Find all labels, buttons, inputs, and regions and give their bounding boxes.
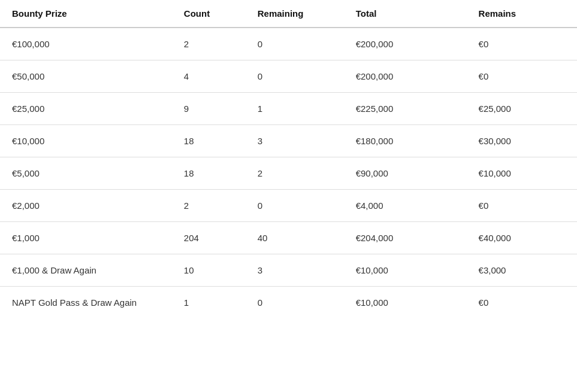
cell-total: €200,000	[344, 28, 467, 60]
cell-total: €225,000	[344, 93, 467, 125]
cell-remains: €30,000	[467, 125, 577, 157]
cell-count: 4	[172, 60, 246, 93]
bounty-prize-table: Bounty Prize Count Remaining Total Remai…	[0, 0, 577, 318]
table-row: €5,000182€90,000€10,000	[0, 157, 577, 190]
cell-remains: €25,000	[467, 93, 577, 125]
cell-count: 9	[172, 93, 246, 125]
cell-prize: €1,000 & Draw Again	[0, 254, 172, 287]
cell-remains: €10,000	[467, 157, 577, 190]
cell-total: €90,000	[344, 157, 467, 190]
header-prize: Bounty Prize	[0, 0, 172, 28]
cell-total: €200,000	[344, 60, 467, 93]
table-header-row: Bounty Prize Count Remaining Total Remai…	[0, 0, 577, 28]
cell-total: €10,000	[344, 287, 467, 319]
cell-total: €10,000	[344, 254, 467, 287]
cell-remains: €0	[467, 60, 577, 93]
table-row: €25,00091€225,000€25,000	[0, 93, 577, 125]
cell-prize: €25,000	[0, 93, 172, 125]
table-row: €1,00020440€204,000€40,000	[0, 222, 577, 254]
cell-remaining: 0	[246, 190, 344, 222]
cell-remaining: 3	[246, 125, 344, 157]
table-row: NAPT Gold Pass & Draw Again10€10,000€0	[0, 287, 577, 319]
cell-remaining: 0	[246, 28, 344, 60]
cell-remains: €0	[467, 28, 577, 60]
table-row: €1,000 & Draw Again103€10,000€3,000	[0, 254, 577, 287]
cell-remaining: 40	[246, 222, 344, 254]
cell-remaining: 2	[246, 157, 344, 190]
cell-remains: €3,000	[467, 254, 577, 287]
cell-prize: €2,000	[0, 190, 172, 222]
cell-prize: €100,000	[0, 28, 172, 60]
cell-prize: €5,000	[0, 157, 172, 190]
cell-prize: €50,000	[0, 60, 172, 93]
cell-remaining: 0	[246, 287, 344, 319]
cell-total: €180,000	[344, 125, 467, 157]
header-remains: Remains	[467, 0, 577, 28]
table-row: €50,00040€200,000€0	[0, 60, 577, 93]
cell-remaining: 1	[246, 93, 344, 125]
cell-remaining: 3	[246, 254, 344, 287]
cell-prize: €1,000	[0, 222, 172, 254]
cell-remaining: 0	[246, 60, 344, 93]
cell-count: 18	[172, 157, 246, 190]
table-row: €2,00020€4,000€0	[0, 190, 577, 222]
cell-total: €4,000	[344, 190, 467, 222]
cell-total: €204,000	[344, 222, 467, 254]
table-row: €10,000183€180,000€30,000	[0, 125, 577, 157]
header-total: Total	[344, 0, 467, 28]
table-row: €100,00020€200,000€0	[0, 28, 577, 60]
cell-prize: NAPT Gold Pass & Draw Again	[0, 287, 172, 319]
cell-remains: €40,000	[467, 222, 577, 254]
cell-count: 204	[172, 222, 246, 254]
cell-count: 18	[172, 125, 246, 157]
cell-count: 2	[172, 190, 246, 222]
cell-count: 2	[172, 28, 246, 60]
cell-remains: €0	[467, 287, 577, 319]
header-remaining: Remaining	[246, 0, 344, 28]
cell-count: 10	[172, 254, 246, 287]
cell-count: 1	[172, 287, 246, 319]
cell-prize: €10,000	[0, 125, 172, 157]
cell-remains: €0	[467, 190, 577, 222]
header-count: Count	[172, 0, 246, 28]
